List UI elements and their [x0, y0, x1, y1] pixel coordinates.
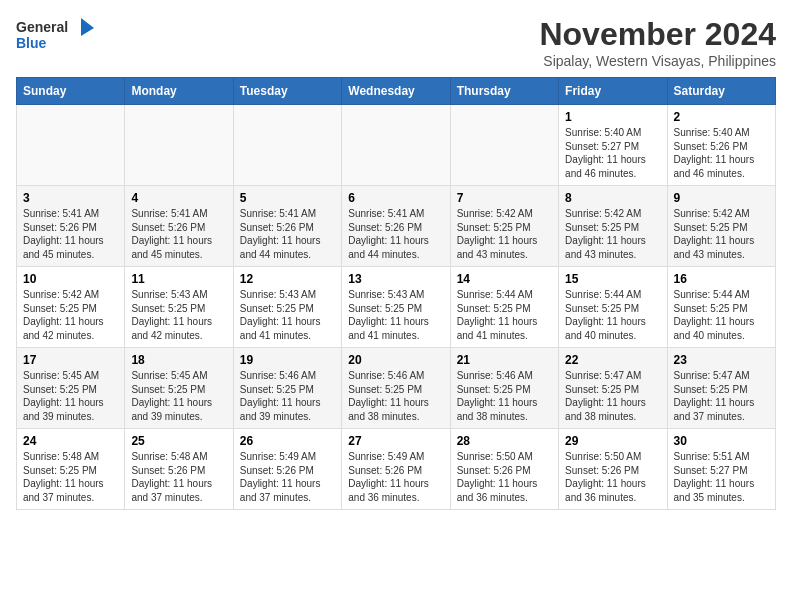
day-info: Sunrise: 5:41 AM Sunset: 5:26 PM Dayligh… [23, 207, 118, 261]
day-info: Sunrise: 5:42 AM Sunset: 5:25 PM Dayligh… [565, 207, 660, 261]
day-info: Sunrise: 5:47 AM Sunset: 5:25 PM Dayligh… [565, 369, 660, 423]
calendar-cell: 4Sunrise: 5:41 AM Sunset: 5:26 PM Daylig… [125, 186, 233, 267]
day-info: Sunrise: 5:40 AM Sunset: 5:27 PM Dayligh… [565, 126, 660, 180]
calendar-week-row: 1Sunrise: 5:40 AM Sunset: 5:27 PM Daylig… [17, 105, 776, 186]
calendar-cell: 22Sunrise: 5:47 AM Sunset: 5:25 PM Dayli… [559, 348, 667, 429]
day-info: Sunrise: 5:43 AM Sunset: 5:25 PM Dayligh… [131, 288, 226, 342]
day-number: 27 [348, 434, 443, 448]
day-number: 16 [674, 272, 769, 286]
day-number: 6 [348, 191, 443, 205]
calendar-cell: 25Sunrise: 5:48 AM Sunset: 5:26 PM Dayli… [125, 429, 233, 510]
calendar-week-row: 3Sunrise: 5:41 AM Sunset: 5:26 PM Daylig… [17, 186, 776, 267]
calendar-cell: 11Sunrise: 5:43 AM Sunset: 5:25 PM Dayli… [125, 267, 233, 348]
calendar-cell: 5Sunrise: 5:41 AM Sunset: 5:26 PM Daylig… [233, 186, 341, 267]
calendar-cell: 14Sunrise: 5:44 AM Sunset: 5:25 PM Dayli… [450, 267, 558, 348]
day-number: 15 [565, 272, 660, 286]
day-number: 5 [240, 191, 335, 205]
month-year-title: November 2024 [539, 16, 776, 53]
calendar-cell: 6Sunrise: 5:41 AM Sunset: 5:26 PM Daylig… [342, 186, 450, 267]
day-number: 3 [23, 191, 118, 205]
day-info: Sunrise: 5:42 AM Sunset: 5:25 PM Dayligh… [23, 288, 118, 342]
day-info: Sunrise: 5:46 AM Sunset: 5:25 PM Dayligh… [240, 369, 335, 423]
location-subtitle: Sipalay, Western Visayas, Philippines [539, 53, 776, 69]
day-info: Sunrise: 5:50 AM Sunset: 5:26 PM Dayligh… [565, 450, 660, 504]
calendar-cell [233, 105, 341, 186]
svg-text:Blue: Blue [16, 35, 47, 51]
day-info: Sunrise: 5:40 AM Sunset: 5:26 PM Dayligh… [674, 126, 769, 180]
day-number: 22 [565, 353, 660, 367]
day-number: 7 [457, 191, 552, 205]
day-number: 20 [348, 353, 443, 367]
calendar-cell: 3Sunrise: 5:41 AM Sunset: 5:26 PM Daylig… [17, 186, 125, 267]
day-info: Sunrise: 5:51 AM Sunset: 5:27 PM Dayligh… [674, 450, 769, 504]
day-info: Sunrise: 5:46 AM Sunset: 5:25 PM Dayligh… [457, 369, 552, 423]
day-info: Sunrise: 5:46 AM Sunset: 5:25 PM Dayligh… [348, 369, 443, 423]
title-area: November 2024 Sipalay, Western Visayas, … [539, 16, 776, 69]
day-info: Sunrise: 5:41 AM Sunset: 5:26 PM Dayligh… [131, 207, 226, 261]
calendar-week-row: 10Sunrise: 5:42 AM Sunset: 5:25 PM Dayli… [17, 267, 776, 348]
day-number: 14 [457, 272, 552, 286]
calendar-cell [125, 105, 233, 186]
day-number: 28 [457, 434, 552, 448]
day-number: 19 [240, 353, 335, 367]
calendar-header-row: SundayMondayTuesdayWednesdayThursdayFrid… [17, 78, 776, 105]
calendar-cell: 30Sunrise: 5:51 AM Sunset: 5:27 PM Dayli… [667, 429, 775, 510]
calendar-cell: 16Sunrise: 5:44 AM Sunset: 5:25 PM Dayli… [667, 267, 775, 348]
calendar-cell: 2Sunrise: 5:40 AM Sunset: 5:26 PM Daylig… [667, 105, 775, 186]
calendar-cell: 8Sunrise: 5:42 AM Sunset: 5:25 PM Daylig… [559, 186, 667, 267]
weekday-header-wednesday: Wednesday [342, 78, 450, 105]
weekday-header-sunday: Sunday [17, 78, 125, 105]
day-info: Sunrise: 5:49 AM Sunset: 5:26 PM Dayligh… [240, 450, 335, 504]
day-number: 23 [674, 353, 769, 367]
day-number: 24 [23, 434, 118, 448]
weekday-header-monday: Monday [125, 78, 233, 105]
calendar-cell: 23Sunrise: 5:47 AM Sunset: 5:25 PM Dayli… [667, 348, 775, 429]
day-number: 12 [240, 272, 335, 286]
day-number: 2 [674, 110, 769, 124]
day-info: Sunrise: 5:44 AM Sunset: 5:25 PM Dayligh… [674, 288, 769, 342]
calendar-cell: 9Sunrise: 5:42 AM Sunset: 5:25 PM Daylig… [667, 186, 775, 267]
calendar-cell: 7Sunrise: 5:42 AM Sunset: 5:25 PM Daylig… [450, 186, 558, 267]
svg-marker-2 [81, 18, 94, 36]
calendar-cell: 26Sunrise: 5:49 AM Sunset: 5:26 PM Dayli… [233, 429, 341, 510]
calendar-cell [17, 105, 125, 186]
calendar-week-row: 17Sunrise: 5:45 AM Sunset: 5:25 PM Dayli… [17, 348, 776, 429]
day-number: 26 [240, 434, 335, 448]
calendar-table: SundayMondayTuesdayWednesdayThursdayFrid… [16, 77, 776, 510]
day-number: 11 [131, 272, 226, 286]
weekday-header-tuesday: Tuesday [233, 78, 341, 105]
day-info: Sunrise: 5:44 AM Sunset: 5:25 PM Dayligh… [565, 288, 660, 342]
day-info: Sunrise: 5:45 AM Sunset: 5:25 PM Dayligh… [23, 369, 118, 423]
calendar-cell: 10Sunrise: 5:42 AM Sunset: 5:25 PM Dayli… [17, 267, 125, 348]
day-info: Sunrise: 5:50 AM Sunset: 5:26 PM Dayligh… [457, 450, 552, 504]
weekday-header-friday: Friday [559, 78, 667, 105]
day-number: 13 [348, 272, 443, 286]
day-info: Sunrise: 5:43 AM Sunset: 5:25 PM Dayligh… [348, 288, 443, 342]
day-info: Sunrise: 5:48 AM Sunset: 5:25 PM Dayligh… [23, 450, 118, 504]
day-number: 17 [23, 353, 118, 367]
calendar-cell: 19Sunrise: 5:46 AM Sunset: 5:25 PM Dayli… [233, 348, 341, 429]
weekday-header-saturday: Saturday [667, 78, 775, 105]
day-info: Sunrise: 5:42 AM Sunset: 5:25 PM Dayligh… [674, 207, 769, 261]
day-info: Sunrise: 5:42 AM Sunset: 5:25 PM Dayligh… [457, 207, 552, 261]
calendar-cell: 12Sunrise: 5:43 AM Sunset: 5:25 PM Dayli… [233, 267, 341, 348]
day-number: 9 [674, 191, 769, 205]
day-number: 25 [131, 434, 226, 448]
calendar-cell: 1Sunrise: 5:40 AM Sunset: 5:27 PM Daylig… [559, 105, 667, 186]
logo: GeneralBlue [16, 16, 96, 54]
day-number: 18 [131, 353, 226, 367]
calendar-cell [342, 105, 450, 186]
page-header: GeneralBlue November 2024 Sipalay, Weste… [16, 16, 776, 69]
day-number: 1 [565, 110, 660, 124]
day-number: 8 [565, 191, 660, 205]
calendar-cell [450, 105, 558, 186]
calendar-cell: 15Sunrise: 5:44 AM Sunset: 5:25 PM Dayli… [559, 267, 667, 348]
day-number: 4 [131, 191, 226, 205]
calendar-cell: 29Sunrise: 5:50 AM Sunset: 5:26 PM Dayli… [559, 429, 667, 510]
calendar-cell: 21Sunrise: 5:46 AM Sunset: 5:25 PM Dayli… [450, 348, 558, 429]
calendar-cell: 18Sunrise: 5:45 AM Sunset: 5:25 PM Dayli… [125, 348, 233, 429]
day-number: 30 [674, 434, 769, 448]
day-info: Sunrise: 5:41 AM Sunset: 5:26 PM Dayligh… [240, 207, 335, 261]
calendar-cell: 27Sunrise: 5:49 AM Sunset: 5:26 PM Dayli… [342, 429, 450, 510]
day-info: Sunrise: 5:44 AM Sunset: 5:25 PM Dayligh… [457, 288, 552, 342]
